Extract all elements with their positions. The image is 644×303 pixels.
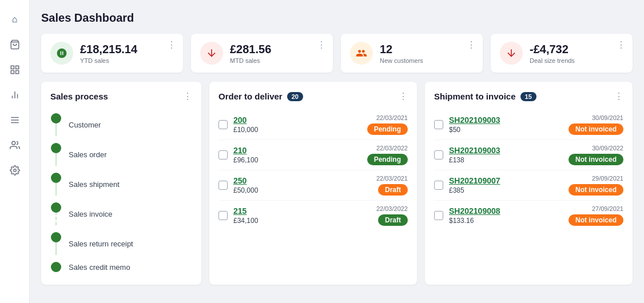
order-info-3: 215 £34,100 bbox=[233, 206, 371, 225]
step-dot-wrap-customer bbox=[50, 113, 62, 136]
cart-icon[interactable] bbox=[5, 34, 25, 55]
shipment-info-1: SH202109003 £138 bbox=[449, 146, 563, 164]
step-dot-return bbox=[51, 232, 61, 242]
users-icon[interactable] bbox=[5, 135, 25, 156]
step-label-customer: Customer bbox=[69, 121, 101, 129]
order-amount-3: £34,100 bbox=[233, 217, 371, 225]
shipment-link-0[interactable]: SH202109003 bbox=[449, 115, 563, 125]
shipment-list: SH202109003 $50 30/09/2021 Not invoiced … bbox=[434, 110, 623, 230]
step-line-customer bbox=[55, 122, 57, 136]
shipment-to-invoice-panel: Shipment to invoice 15 ⋮ SH202109003 $50… bbox=[425, 82, 633, 285]
svg-rect-2 bbox=[15, 66, 18, 69]
order-right-1: 22/03/2022 Pending bbox=[367, 145, 408, 165]
step-dot-wrap-credit bbox=[50, 262, 62, 272]
step-customer: Customer bbox=[50, 110, 192, 139]
order-amount-2: £50,000 bbox=[233, 186, 371, 194]
table-row: 215 £34,100 22/03/2022 Draft bbox=[218, 201, 408, 230]
settings-icon[interactable] bbox=[5, 160, 25, 181]
shipment-header: Shipment to invoice 15 ⋮ bbox=[434, 91, 623, 102]
customers-menu[interactable]: ⋮ bbox=[467, 39, 476, 50]
shipment-menu[interactable]: ⋮ bbox=[614, 91, 623, 102]
mtd-info: £281.56 MTD sales bbox=[230, 42, 271, 64]
order-to-deliver-panel: Order to deliver 20 ⋮ 200 £10,000 22/03/… bbox=[209, 82, 417, 285]
mtd-menu[interactable]: ⋮ bbox=[317, 39, 326, 50]
ytd-info: £18,215.14 YTD sales bbox=[80, 42, 137, 64]
order-checkbox-0[interactable] bbox=[218, 120, 228, 129]
step-label-shipment: Sales shipment bbox=[69, 180, 120, 189]
step-dot-wrap-order bbox=[50, 143, 62, 166]
mtd-icon bbox=[200, 42, 223, 65]
order-title: Order to deliver bbox=[218, 91, 283, 101]
shipment-link-2[interactable]: SH202109007 bbox=[449, 176, 563, 185]
shipment-status-0: Not invoiced bbox=[569, 123, 623, 135]
order-amount-0: £10,000 bbox=[233, 126, 361, 134]
shipment-status-3: Not invoiced bbox=[569, 214, 623, 226]
order-date-3: 22/03/2022 bbox=[376, 205, 408, 212]
mtd-label: MTD sales bbox=[230, 57, 271, 64]
shipment-title: Shipment to invoice bbox=[434, 91, 516, 101]
order-checkbox-1[interactable] bbox=[218, 150, 228, 160]
kpi-card-customers: 12 New customers ⋮ bbox=[341, 34, 483, 73]
customers-value: 12 bbox=[380, 42, 423, 56]
step-credit-memo: Sales credit memo bbox=[50, 258, 192, 276]
order-title-group: Order to deliver 20 bbox=[218, 91, 303, 101]
step-dot-credit bbox=[51, 262, 61, 272]
order-badge: 20 bbox=[287, 92, 303, 101]
shipment-checkbox-0[interactable] bbox=[434, 120, 443, 129]
step-line-shipment bbox=[55, 182, 57, 196]
order-checkbox-3[interactable] bbox=[218, 211, 228, 220]
step-line-order bbox=[55, 152, 57, 166]
table-row: SH202109008 $133.16 27/09/2021 Not invoi… bbox=[434, 201, 623, 230]
shipment-date-2: 29/09/2021 bbox=[569, 175, 623, 182]
deal-value: -£4,732 bbox=[530, 42, 575, 56]
svg-rect-3 bbox=[15, 71, 18, 74]
customers-icon bbox=[350, 42, 373, 65]
step-dot-customer bbox=[51, 113, 61, 123]
table-row: SH202109007 £385 29/09/2021 Not invoiced bbox=[434, 170, 623, 201]
order-date-0: 22/03/2021 bbox=[367, 114, 408, 121]
table-row: 210 £96,100 22/03/2022 Pending bbox=[218, 140, 408, 170]
order-link-0[interactable]: 200 bbox=[233, 115, 361, 125]
order-right-2: 22/03/2021 Draft bbox=[376, 175, 408, 196]
shipment-checkbox-1[interactable] bbox=[434, 150, 443, 160]
order-menu[interactable]: ⋮ bbox=[399, 91, 408, 102]
chart-icon[interactable] bbox=[5, 85, 25, 105]
order-right-3: 22/03/2022 Draft bbox=[376, 205, 408, 226]
home-icon[interactable]: ⌂ bbox=[5, 9, 25, 30]
order-link-3[interactable]: 215 bbox=[233, 206, 371, 216]
ytd-menu[interactable]: ⋮ bbox=[167, 39, 176, 50]
shipment-amount-1: £138 bbox=[449, 156, 563, 164]
shipment-right-1: 30/09/2022 Not invoiced bbox=[569, 145, 623, 165]
order-link-2[interactable]: 250 bbox=[233, 176, 371, 185]
main-content: Sales Dashboard £18,215.14 YTD sales ⋮ £… bbox=[30, 0, 644, 303]
shipment-link-3[interactable]: SH202109008 bbox=[449, 206, 563, 216]
table-row: SH202109003 £138 30/09/2022 Not invoiced bbox=[434, 140, 623, 170]
shipment-checkbox-3[interactable] bbox=[434, 211, 443, 220]
sales-process-panel: Sales process ⋮ Customer Sales or bbox=[41, 82, 201, 285]
kpi-card-ytd: £18,215.14 YTD sales ⋮ bbox=[41, 34, 183, 73]
shipment-checkbox-2[interactable] bbox=[434, 181, 443, 190]
sales-process-title: Sales process bbox=[50, 91, 108, 101]
order-date-2: 22/03/2021 bbox=[376, 175, 408, 182]
deal-icon bbox=[500, 42, 523, 65]
svg-point-12 bbox=[13, 169, 16, 172]
ytd-label: YTD sales bbox=[80, 57, 137, 64]
order-checkbox-2[interactable] bbox=[218, 181, 228, 190]
deal-menu[interactable]: ⋮ bbox=[617, 39, 626, 50]
sales-process-header: Sales process ⋮ bbox=[50, 91, 192, 102]
kpi-card-deal: -£4,732 Deal size trends ⋮ bbox=[491, 34, 633, 73]
sales-process-menu[interactable]: ⋮ bbox=[183, 91, 192, 102]
svg-rect-1 bbox=[11, 66, 14, 69]
grid-icon[interactable] bbox=[5, 59, 25, 80]
shipment-link-1[interactable]: SH202109003 bbox=[449, 146, 563, 155]
list-icon[interactable] bbox=[5, 110, 25, 130]
kpi-row: £18,215.14 YTD sales ⋮ £281.56 MTD sales… bbox=[41, 34, 633, 73]
order-link-1[interactable]: 210 bbox=[233, 146, 361, 155]
shipment-status-1: Not invoiced bbox=[569, 154, 623, 165]
step-dot-invoice bbox=[51, 202, 61, 213]
shipment-amount-3: $133.16 bbox=[449, 217, 563, 225]
step-label-invoice: Sales invoice bbox=[69, 210, 113, 218]
mtd-value: £281.56 bbox=[230, 42, 271, 56]
shipment-amount-0: $50 bbox=[449, 126, 563, 134]
shipment-info-3: SH202109008 $133.16 bbox=[449, 206, 563, 225]
